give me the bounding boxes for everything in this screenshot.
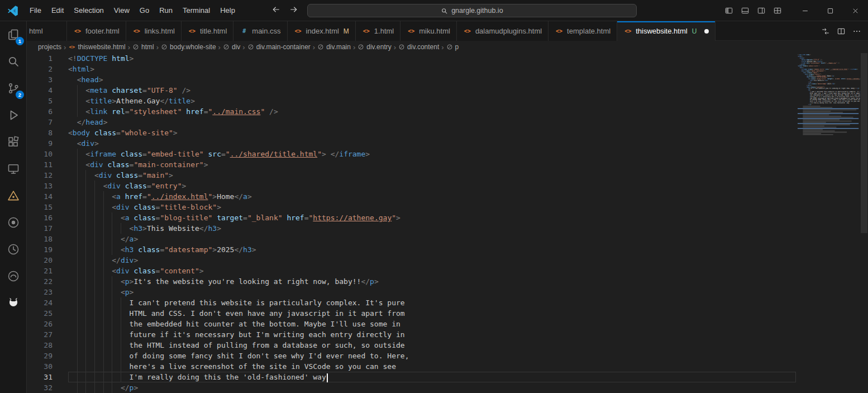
activity-extension-circle[interactable] <box>0 263 27 290</box>
html-file-icon: <> <box>132 28 141 34</box>
code-line[interactable]: <div> <box>68 138 796 149</box>
menu-go[interactable]: Go <box>135 3 154 18</box>
code-line[interactable]: <title>Athene.Gay</title> <box>68 96 796 106</box>
activity-extensions[interactable] <box>0 129 27 155</box>
code-line[interactable]: HTML and CSS. I don't even have any java… <box>68 308 796 319</box>
activity-extension-triangle[interactable] <box>0 182 27 209</box>
breadcrumb-item-div[interactable]: div <box>223 43 240 51</box>
indent-guide <box>85 202 86 212</box>
code-line[interactable]: <div class="content"> <box>68 266 796 276</box>
code-line[interactable]: <html> <box>68 64 796 74</box>
minimize-button[interactable] <box>793 0 818 21</box>
open-changes-icon[interactable] <box>821 27 830 36</box>
scrollbar[interactable] <box>860 53 868 393</box>
line-number: 13 <box>27 181 53 191</box>
activity-explorer[interactable]: 1 <box>0 21 27 48</box>
menu-edit[interactable]: Edit <box>46 3 69 18</box>
search-box[interactable]: gnargle.github.io <box>307 4 637 17</box>
breadcrumb: projects›<>thiswebsite.html›html›body.wh… <box>27 41 868 53</box>
tab-title-html[interactable]: <>title.html <box>182 21 233 41</box>
code-line[interactable]: <!DOCTYPE html> <box>68 53 796 64</box>
code-line[interactable]: future if it's necessary but I'm writing… <box>68 329 796 340</box>
minimap[interactable]: <!DOCTYPE html><html> <head> <meta chars… <box>796 53 860 393</box>
breadcrumb-item-html[interactable]: html <box>132 43 154 51</box>
breadcrumb-item-thiswebsite-html[interactable]: <>thiswebsite.html <box>68 43 125 51</box>
activity-source-control[interactable]: 2 <box>0 75 27 102</box>
code-line[interactable]: <div class="main-container"> <box>68 159 796 170</box>
menu-view[interactable]: View <box>109 3 135 18</box>
split-editor-icon[interactable] <box>837 27 846 36</box>
menu-terminal[interactable]: Terminal <box>178 3 215 18</box>
breadcrumb-item-div-main-container[interactable]: div.main-container <box>247 43 311 51</box>
code-line[interactable]: here's a live screenshot of the site in … <box>68 361 796 372</box>
breadcrumb-item-div-content[interactable]: div.content <box>398 43 439 51</box>
activity-extension-cat[interactable] <box>0 290 27 316</box>
code-line[interactable]: the HTML instead of pulling from a datab… <box>68 340 796 351</box>
tab-thiswebsite-html[interactable]: <>thiswebsite.htmlU <box>617 21 716 41</box>
indent-guide <box>85 361 86 372</box>
toggle-sidebar-button[interactable] <box>721 4 736 17</box>
breadcrumb-item-projects[interactable]: projects <box>38 43 61 51</box>
indent-guide <box>103 212 104 223</box>
indent-guide <box>121 319 121 329</box>
toggle-secondary-sidebar-button[interactable] <box>753 4 769 17</box>
activity-remote-explorer[interactable] <box>0 155 27 182</box>
code-line[interactable]: <link rel="stylesheet" href="../main.css… <box>68 106 796 117</box>
scrollbar-thumb[interactable] <box>861 53 867 233</box>
code-line[interactable]: <body class="whole-site"> <box>68 127 796 138</box>
menu-selection[interactable]: Selection <box>69 3 108 18</box>
breadcrumb-item-div-main[interactable]: div.main <box>317 43 351 51</box>
tab-links-html[interactable]: <>links.html <box>126 21 182 41</box>
breadcrumb-item-body-whole-site[interactable]: body.whole-site <box>161 43 216 51</box>
code-lines[interactable]: <!DOCTYPE html><html> <head> <meta chars… <box>58 53 796 393</box>
menu-file[interactable]: File <box>25 3 46 18</box>
code-line[interactable]: </div> <box>68 255 796 266</box>
code-line[interactable]: of doing some fancy shit I don't see why… <box>68 351 796 361</box>
code-line[interactable]: <meta charset="UTF-8" /> <box>68 85 796 96</box>
indent-guide <box>103 202 104 212</box>
code-line[interactable]: I can't pretend this website is particul… <box>68 297 796 308</box>
menu-help[interactable]: Help <box>215 3 240 18</box>
more-actions-icon[interactable] <box>852 27 861 36</box>
close-button[interactable] <box>843 0 868 21</box>
editor[interactable]: 1234567891011121314151617181920212223242… <box>27 53 868 393</box>
code-line[interactable]: </p> <box>68 382 796 393</box>
tab-dalamudplugins-html[interactable]: <>dalamudplugins.html <box>457 21 549 41</box>
tab-main-css[interactable]: #main.css <box>233 21 287 41</box>
code-line[interactable]: <h3 class="datestamp">2025</h3> <box>68 244 796 255</box>
code-line[interactable]: <a href="../index.html">Home</a> <box>68 191 796 202</box>
toggle-panel-button[interactable] <box>737 4 752 17</box>
code-line[interactable]: </head> <box>68 117 796 127</box>
code-line[interactable]: I'm really doing this the 'old-fashioned… <box>68 372 796 382</box>
activity-run-and-debug[interactable] <box>0 102 27 129</box>
tab-html[interactable]: html <box>27 21 67 41</box>
code-line[interactable]: <a class="blog-title" target="_blank" hr… <box>68 212 796 223</box>
code-line[interactable]: <p> <box>68 287 796 297</box>
back-button[interactable] <box>269 4 283 17</box>
unsaved-dot[interactable] <box>704 29 709 34</box>
code-line[interactable]: <iframe class="embed-title" src="../shar… <box>68 149 796 159</box>
code-line[interactable]: <head> <box>68 74 796 85</box>
activity-search[interactable] <box>0 48 27 75</box>
maximize-button[interactable] <box>818 0 843 21</box>
code-line[interactable]: <div class="main"> <box>68 170 796 181</box>
activity-github[interactable] <box>0 209 27 236</box>
breadcrumb-item-div-entry[interactable]: div.entry <box>357 43 391 51</box>
activity-extension-clock[interactable] <box>0 236 27 263</box>
customize-layout-button[interactable] <box>770 4 785 17</box>
code-line[interactable]: <div class="entry"> <box>68 181 796 191</box>
tab-1-html[interactable]: <>1.html <box>356 21 400 41</box>
indent-guide <box>112 223 112 234</box>
code-line[interactable]: <h3>This Website</h3> <box>68 223 796 234</box>
tab-index-html[interactable]: <>index.htmlM <box>288 21 356 41</box>
breadcrumb-item-p[interactable]: p <box>446 43 459 51</box>
code-line[interactable]: <div class="title-block"> <box>68 202 796 212</box>
menu-run[interactable]: Run <box>154 3 178 18</box>
code-line[interactable]: <p>It's the website you're looking at ri… <box>68 276 796 287</box>
forward-button[interactable] <box>287 4 301 17</box>
tab-footer-html[interactable]: <>footer.html <box>67 21 126 41</box>
code-line[interactable]: </a> <box>68 234 796 244</box>
code-line[interactable]: the embedded hit counter at the bottom. … <box>68 319 796 329</box>
tab-template-html[interactable]: <>template.html <box>549 21 617 41</box>
tab-miku-html[interactable]: <>miku.html <box>400 21 457 41</box>
